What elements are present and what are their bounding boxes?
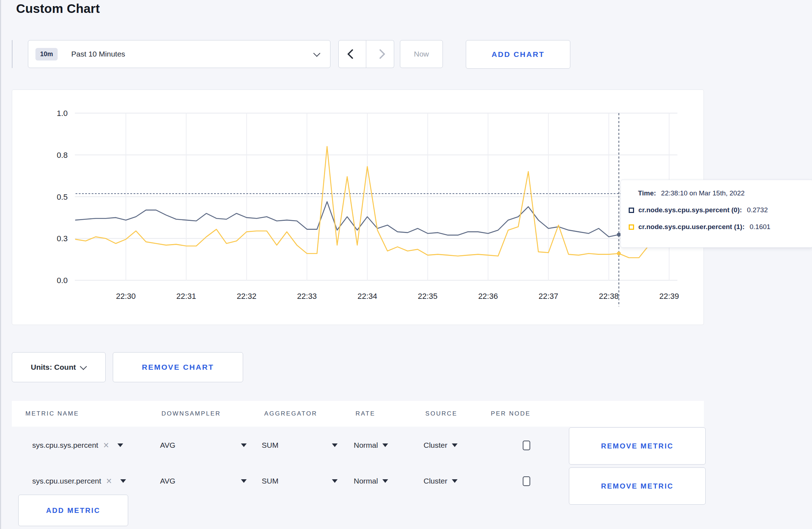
chevron-right-icon <box>375 49 385 59</box>
series-line <box>76 146 669 258</box>
caret-down-icon <box>452 443 458 447</box>
caret-down-icon <box>382 479 388 483</box>
remove-metric-button[interactable]: REMOVE METRIC <box>569 467 706 505</box>
y-tick-label: 0.5 <box>57 193 68 202</box>
per-node-cell <box>523 428 530 462</box>
remove-chart-button[interactable]: REMOVE CHART <box>113 352 243 382</box>
x-tick-label: 22:32 <box>237 292 256 301</box>
tooltip-series-label: cr.node.sys.cpu.user.percent (1): <box>638 223 745 231</box>
caret-down-icon <box>117 443 123 447</box>
aggregator-value: SUM <box>262 477 279 485</box>
x-tick-label: 22:30 <box>116 292 136 301</box>
caret-down-icon <box>241 479 247 483</box>
rate-select[interactable]: Normal <box>354 428 388 462</box>
source-select[interactable]: Cluster <box>424 428 458 462</box>
custom-chart-page: Custom Chart 10m Past 10 Minutes Now ADD… <box>0 0 812 529</box>
rate-select[interactable]: Normal <box>354 464 388 498</box>
page-title: Custom Chart <box>16 1 100 16</box>
downsampler-value: AVG <box>160 441 175 450</box>
y-tick-label: 0.3 <box>57 234 68 243</box>
metric-name-value: sys.cpu.sys.percent <box>32 441 98 450</box>
x-tick-label: 22:31 <box>177 292 196 301</box>
rate-value: Normal <box>354 441 378 450</box>
chart-card: 0.00.30.50.81.022:3022:3122:3222:3322:34… <box>12 89 704 325</box>
clear-metric-icon[interactable]: × <box>103 441 109 450</box>
crosshair-point <box>617 252 621 256</box>
tooltip-series-row: cr.node.sys.cpu.sys.percent (0): 0.2732 <box>629 206 812 214</box>
caret-down-icon <box>382 443 388 447</box>
chevron-down-icon <box>313 50 320 57</box>
per-node-cell <box>523 464 530 498</box>
caret-down-icon <box>452 479 458 483</box>
x-tick-label: 22:39 <box>659 292 679 301</box>
metric-name-value: sys.cpu.user.percent <box>32 477 101 485</box>
units-select[interactable]: Units: Count <box>12 352 106 382</box>
caret-down-icon <box>241 443 247 447</box>
source-select[interactable]: Cluster <box>424 464 458 498</box>
aggregator-select[interactable]: SUM <box>262 464 338 498</box>
downsampler-value: AVG <box>160 477 175 485</box>
downsampler-select[interactable]: AVG <box>160 428 247 462</box>
per-node-checkbox[interactable] <box>523 441 530 450</box>
downsampler-select[interactable]: AVG <box>160 464 247 498</box>
x-tick-label: 22:33 <box>297 292 317 301</box>
x-tick-label: 22:37 <box>538 292 558 301</box>
toolbar-divider <box>12 40 13 68</box>
per-node-checkbox[interactable] <box>523 476 530 486</box>
series-swatch-icon <box>629 208 634 213</box>
add-metric-button[interactable]: ADD METRIC <box>18 495 128 526</box>
source-value: Cluster <box>424 441 448 450</box>
x-tick-label: 22:36 <box>478 292 498 301</box>
chevron-left-icon <box>347 49 357 59</box>
series-swatch-icon <box>629 224 634 230</box>
metric-name-select[interactable]: sys.cpu.user.percent × <box>32 464 126 498</box>
caret-down-icon <box>120 479 126 483</box>
time-pager <box>338 40 394 68</box>
col-header-per-node: PER NODE <box>491 401 531 427</box>
caret-down-icon <box>332 479 338 483</box>
y-tick-label: 0.0 <box>57 276 68 285</box>
chevron-down-icon <box>80 363 87 370</box>
series-line <box>76 202 669 237</box>
tooltip-time-label: Time: <box>638 189 656 197</box>
metric-name-select[interactable]: sys.cpu.sys.percent × <box>32 428 123 462</box>
tooltip-time-row: Time: 22:38:10 on Mar 15th, 2022 <box>629 189 812 197</box>
source-value: Cluster <box>424 477 448 485</box>
table-row: sys.cpu.user.percent × AVG SUM Normal Cl… <box>12 464 704 498</box>
y-tick-label: 1.0 <box>57 109 68 118</box>
caret-down-icon <box>332 443 338 447</box>
col-header-rate: RATE <box>356 401 375 427</box>
time-range-select[interactable]: 10m Past 10 Minutes <box>28 40 330 68</box>
col-header-source: SOURCE <box>425 401 458 427</box>
tooltip-series-row: cr.node.sys.cpu.user.percent (1): 0.1601 <box>629 223 812 231</box>
aggregator-value: SUM <box>262 441 279 450</box>
col-header-aggregator: AGGREGATOR <box>264 401 317 427</box>
time-forward-button[interactable] <box>366 40 394 68</box>
rate-value: Normal <box>354 477 378 485</box>
time-window-badge: 10m <box>35 48 58 60</box>
clear-metric-icon[interactable]: × <box>106 476 112 486</box>
remove-metric-button[interactable]: REMOVE METRIC <box>569 427 706 465</box>
x-tick-label: 22:34 <box>357 292 377 301</box>
add-chart-button[interactable]: ADD CHART <box>466 40 570 69</box>
now-button[interactable]: Now <box>400 40 443 68</box>
tooltip-series-value: 0.1601 <box>750 223 770 231</box>
y-tick-label: 0.8 <box>57 151 68 160</box>
col-header-downsampler: DOWNSAMPLER <box>161 401 221 427</box>
units-label: Units: Count <box>31 363 76 372</box>
time-back-button[interactable] <box>338 40 366 68</box>
x-tick-label: 22:35 <box>418 292 438 301</box>
timeseries-chart[interactable]: 0.00.30.50.81.022:3022:3122:3222:3322:34… <box>12 90 704 325</box>
metrics-table-header: METRIC NAME DOWNSAMPLER AGGREGATOR RATE … <box>12 401 704 427</box>
x-tick-label: 22:38 <box>599 292 619 301</box>
table-row: sys.cpu.sys.percent × AVG SUM Normal Clu… <box>12 428 704 462</box>
tooltip-series-value: 0.2732 <box>747 206 768 214</box>
col-header-metric-name: METRIC NAME <box>25 401 79 427</box>
tooltip-time-value: 22:38:10 on Mar 15th, 2022 <box>661 189 744 197</box>
tooltip-series-label: cr.node.sys.cpu.sys.percent (0): <box>638 206 742 214</box>
chart-hover-tooltip: Time: 22:38:10 on Mar 15th, 2022 cr.node… <box>620 180 812 248</box>
time-window-label: Past 10 Minutes <box>71 50 125 58</box>
aggregator-select[interactable]: SUM <box>262 428 338 462</box>
